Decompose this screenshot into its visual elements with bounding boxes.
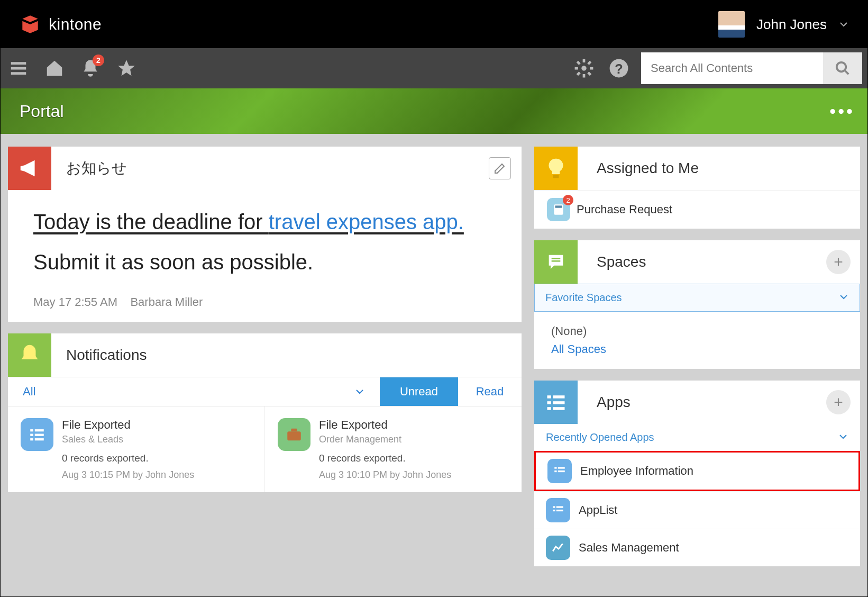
svg-rect-26 [553,407,565,410]
list-icon [546,498,570,522]
toolbar: 2 ? [1,48,867,88]
svg-rect-10 [30,434,33,436]
svg-rect-9 [35,429,44,431]
travel-expenses-link[interactable]: travel expenses app. [269,210,464,233]
search-icon [835,60,851,76]
list-icon [21,418,53,451]
notifications-panel: Notifications All Unread Read [8,333,522,492]
bell-icon[interactable]: 2 [78,56,103,81]
topbar: kintone John Jones [1,1,867,48]
gear-icon[interactable] [571,56,597,81]
announce-panel: お知らせ Today is the deadline for travel ex… [8,147,522,322]
notification-item[interactable]: File Exported Order Management 0 records… [265,406,522,492]
tab-all[interactable]: All [8,377,380,406]
plus-icon: + [834,393,843,411]
avatar [718,11,745,38]
apps-dropdown[interactable]: Recently Opened Apps [534,424,860,451]
lightbulb-icon [534,147,578,190]
spaces-dropdown[interactable]: Favorite Spaces [534,284,860,312]
edit-button[interactable] [489,157,511,179]
bell-panel-icon [8,333,51,377]
all-spaces-link[interactable]: All Spaces [551,342,843,356]
chevron-down-icon [838,431,848,444]
app-row-label: Employee Information [580,464,693,478]
announce-meta: May 17 2:55 AM Barbara Miller [33,295,502,309]
svg-marker-0 [22,15,38,22]
svg-marker-2 [30,21,38,33]
svg-rect-18 [555,205,562,207]
tab-read[interactable]: Read [458,377,522,406]
plus-icon: + [834,253,843,271]
svg-rect-8 [30,429,33,431]
briefcase-icon [278,418,310,451]
chevron-down-icon [838,19,849,30]
svg-rect-25 [547,407,551,410]
brand[interactable]: kintone [19,13,102,35]
assigned-panel: Assigned to Me 2 Purchase Request [534,147,860,229]
svg-point-6 [837,62,846,72]
assigned-item[interactable]: 2 Purchase Request [534,190,860,229]
spaces-none-text: (None) [551,324,843,338]
list-icon [547,459,572,483]
svg-rect-23 [547,401,551,404]
apps-icon [534,381,578,424]
svg-rect-16 [553,175,559,178]
svg-rect-14 [287,431,301,440]
svg-rect-22 [553,395,565,399]
apps-title: Apps [578,394,826,411]
home-icon[interactable] [42,56,67,81]
app-row-sales-mgmt[interactable]: Sales Management [534,529,860,566]
brand-logo-icon [19,13,41,35]
star-icon[interactable] [114,56,139,81]
user-menu[interactable]: John Jones [718,11,849,38]
assigned-badge: 2 [563,195,573,205]
announce-subline: Submit it as soon as possible. [33,250,502,274]
svg-rect-21 [547,395,551,399]
chart-icon [546,536,570,560]
svg-rect-13 [35,438,44,440]
notifications-title: Notifications [51,347,522,364]
svg-rect-31 [553,506,555,508]
svg-rect-30 [558,471,565,472]
svg-rect-24 [553,401,565,404]
announce-title: お知らせ [51,158,489,178]
apps-panel: Apps + Recently Opened Apps Employee Inf… [534,381,860,566]
help-icon[interactable]: ? [606,56,632,81]
tab-unread[interactable]: Unread [380,377,458,406]
spaces-panel: Spaces + Favorite Spaces (None) All Spac… [534,240,860,369]
spaces-title: Spaces [578,254,826,270]
svg-rect-12 [30,438,33,440]
search-button[interactable] [823,52,862,84]
svg-rect-28 [558,467,565,468]
notification-badge: 2 [93,55,104,66]
svg-rect-29 [554,471,556,472]
assigned-title: Assigned to Me [578,160,860,177]
megaphone-icon [8,147,51,190]
more-icon[interactable]: ••• [829,101,855,122]
svg-rect-33 [553,510,555,511]
svg-point-3 [581,66,587,71]
svg-text:?: ? [615,61,623,76]
svg-rect-15 [291,429,297,432]
svg-rect-34 [556,510,563,511]
search-input[interactable] [641,52,823,84]
brand-text: kintone [49,15,102,33]
portal-banner: Portal ••• [1,88,867,134]
svg-line-7 [845,70,849,75]
notification-item[interactable]: File Exported Sales & Leads 0 records ex… [8,406,265,492]
app-row-applist[interactable]: AppList [534,491,860,529]
app-row-employee-info[interactable]: Employee Information [534,451,860,491]
add-app-button[interactable]: + [826,390,851,414]
svg-rect-32 [556,506,563,508]
menu-icon[interactable] [6,56,31,81]
pencil-icon [494,162,506,175]
chevron-down-icon [838,292,849,304]
assigned-item-label: Purchase Request [577,203,672,216]
speech-bubble-icon [534,240,578,284]
app-row-label: Sales Management [579,541,679,555]
announce-headline: Today is the deadline for travel expense… [33,205,502,239]
user-name: John Jones [756,16,827,33]
svg-rect-11 [35,434,44,436]
svg-marker-1 [22,21,30,33]
add-space-button[interactable]: + [826,250,851,274]
